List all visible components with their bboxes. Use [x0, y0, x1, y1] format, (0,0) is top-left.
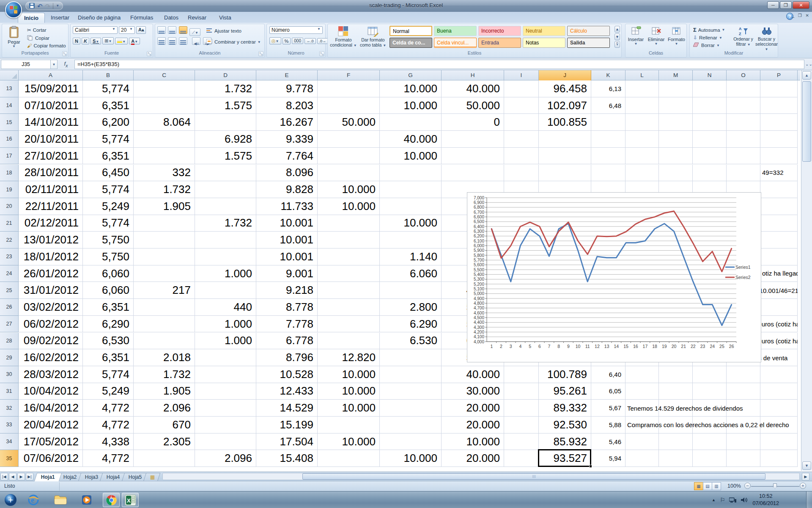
cell-F14[interactable] — [318, 97, 380, 114]
cell-K35[interactable]: 5,94 — [591, 450, 625, 467]
file-explorer-icon[interactable] — [53, 493, 68, 507]
cell-A16[interactable]: 20/10/2011 — [19, 131, 83, 148]
excel-icon[interactable]: X — [122, 493, 139, 507]
align-top-button[interactable] — [157, 26, 166, 34]
ribbon-tab-dise-o-de-p-gina[interactable]: Diseño de página — [72, 13, 126, 23]
page-layout-view-icon[interactable]: ▤ — [703, 482, 712, 490]
cell-P14[interactable] — [760, 97, 798, 114]
column-header-F[interactable]: F — [318, 70, 380, 80]
cell-J14[interactable]: 102.097 — [539, 97, 591, 114]
cell-G27[interactable]: 6.290 — [380, 316, 442, 333]
cell-G30[interactable] — [380, 366, 442, 383]
cell-G28[interactable]: 6.530 — [380, 333, 442, 350]
cell-P17[interactable] — [760, 148, 798, 165]
minimize-button[interactable]: ─ — [767, 1, 779, 9]
cell-F25[interactable] — [318, 282, 380, 299]
workbook-window-controls[interactable]: _ ❐ ✕ — [792, 13, 810, 18]
merge-center-button[interactable]: Combinar y centrar▼ — [205, 39, 262, 45]
cell-G35[interactable]: 10.000 — [380, 450, 442, 467]
column-header-I[interactable]: I — [504, 70, 539, 80]
sheet-tab-hoja1[interactable]: Hoja1 — [34, 473, 62, 481]
cell-D19[interactable] — [195, 181, 256, 198]
ribbon-tab-vista[interactable]: Vista — [213, 13, 237, 23]
cell-D15[interactable] — [195, 114, 256, 131]
row-header-31[interactable]: 31 — [0, 383, 19, 400]
orientation-button[interactable]: ⟋▼ — [189, 28, 200, 36]
cell-J31[interactable]: 95.261 — [539, 383, 591, 400]
cell-B18[interactable]: 6,450 — [83, 165, 134, 182]
normal-view-icon[interactable]: ▦ — [694, 482, 703, 490]
cell-H17[interactable] — [442, 148, 504, 165]
column-header-P[interactable]: P — [760, 70, 798, 80]
vertical-scroll-thumb[interactable] — [802, 81, 811, 162]
cell-P19[interactable] — [760, 181, 798, 198]
column-header-H[interactable]: H — [442, 70, 504, 80]
cell-C15[interactable]: 8.064 — [134, 114, 195, 131]
row-header-28[interactable]: 28 — [0, 333, 19, 350]
row-header-13[interactable]: 13 — [0, 80, 19, 97]
cell-E16[interactable]: 9.339 — [256, 131, 318, 148]
cell-A34[interactable]: 17/05/2012 — [19, 433, 83, 450]
cell-A20[interactable]: 22/11/2011 — [19, 198, 83, 215]
name-box-dropdown-icon[interactable]: ▼ — [51, 60, 58, 69]
cell-G32[interactable] — [380, 400, 442, 417]
formula-input[interactable]: =H35+(E35*B35) — [74, 60, 804, 69]
cell-P30[interactable] — [760, 366, 798, 383]
styles-more[interactable]: ⊽ — [614, 41, 620, 48]
cell-C20[interactable]: 1.905 — [134, 198, 195, 215]
cell-M14[interactable] — [659, 97, 693, 114]
cell-H16[interactable] — [442, 131, 504, 148]
dialog-launcher-portapapeles[interactable]: ⤡ — [62, 51, 67, 56]
cell-M15[interactable] — [659, 114, 693, 131]
cell-B14[interactable]: 6,351 — [83, 97, 134, 114]
zoom-in-icon[interactable]: + — [800, 483, 806, 489]
cell-E22[interactable]: 10.001 — [256, 232, 318, 248]
cell-style-normal[interactable]: Normal — [390, 26, 432, 36]
find-select-button[interactable]: Buscar y seleccionar ▼ — [755, 26, 778, 52]
italic-button[interactable]: K — [82, 38, 89, 44]
column-header-C[interactable]: C — [134, 70, 195, 80]
network-icon[interactable] — [729, 497, 737, 503]
cell-C16[interactable] — [134, 131, 195, 148]
column-header-E[interactable]: E — [256, 70, 318, 80]
decrease-decimal-button[interactable]: .0→ — [317, 38, 329, 44]
cell-P20[interactable] — [760, 198, 798, 215]
cell-D17[interactable]: 1.575 — [195, 148, 256, 165]
cell-E19[interactable]: 9.828 — [256, 181, 318, 198]
row-header-24[interactable]: 24 — [0, 265, 19, 282]
cell-F13[interactable] — [318, 80, 380, 97]
cell-P22[interactable] — [760, 232, 798, 248]
cell-style-salida[interactable]: Salida — [567, 38, 610, 48]
row-header-34[interactable]: 34 — [0, 433, 19, 450]
cell-I30[interactable] — [504, 366, 539, 383]
cell-N13[interactable] — [693, 80, 727, 97]
row-header-35[interactable]: 35 — [0, 450, 19, 467]
cell-G20[interactable] — [380, 198, 442, 215]
cell-E25[interactable]: 9.218 — [256, 282, 318, 299]
cell-P26[interactable] — [760, 299, 798, 316]
cell-P35[interactable] — [760, 450, 798, 467]
cell-I31[interactable] — [504, 383, 539, 400]
fill-button[interactable]: ⇩Rellenar▼ — [692, 34, 727, 41]
cell-C14[interactable] — [134, 97, 195, 114]
cell-A27[interactable]: 06/02/2012 — [19, 316, 83, 333]
cell-G16[interactable]: 40.000 — [380, 131, 442, 148]
cell-I18[interactable] — [504, 165, 539, 182]
cell-M34[interactable] — [659, 433, 693, 450]
cell-D33[interactable] — [195, 417, 256, 433]
cell-B23[interactable]: 5,750 — [83, 248, 134, 265]
undo-icon[interactable]: ↶ — [37, 3, 43, 9]
cell-A25[interactable]: 31/01/2012 — [19, 282, 83, 299]
cell-D27[interactable]: 1.000 — [195, 316, 256, 333]
column-header-M[interactable]: M — [659, 70, 693, 80]
cell-J16[interactable] — [539, 131, 591, 148]
cell-A17[interactable]: 27/10/2011 — [19, 148, 83, 165]
close-button[interactable]: ✕ — [793, 1, 809, 9]
cell-G33[interactable] — [380, 417, 442, 433]
show-desktop-button[interactable] — [806, 491, 812, 508]
cell-I32[interactable] — [504, 400, 539, 417]
cell-G29[interactable] — [380, 349, 442, 366]
cell-D29[interactable] — [195, 349, 256, 366]
cell-M16[interactable] — [659, 131, 693, 148]
tray-expand-icon[interactable]: ▲ — [712, 498, 716, 502]
